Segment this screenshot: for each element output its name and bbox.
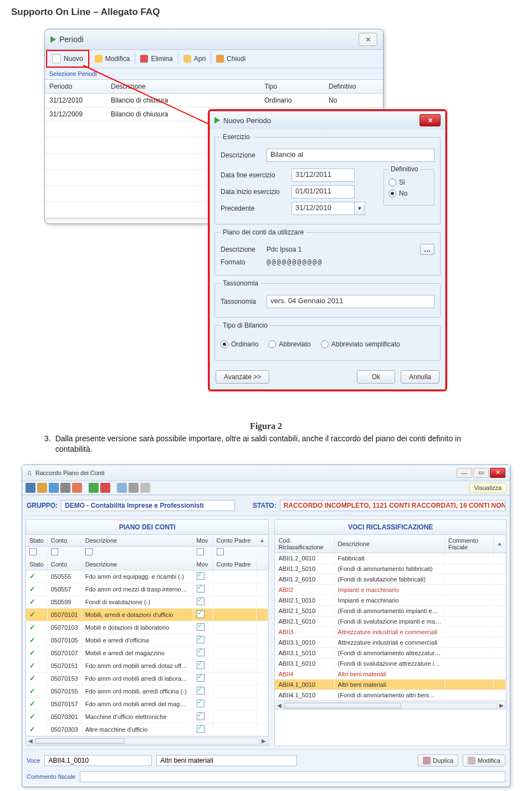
table-row[interactable]: ✓05070107Mobili e arredi del magazzino (26, 646, 268, 659)
input-descrizione[interactable]: Bilancio al (267, 149, 434, 162)
table-row[interactable]: ABII1.2_0010Fabbricati (275, 553, 505, 563)
gruppo-value[interactable]: DEMO - Contabilità Imprese e Professioni… (61, 500, 235, 511)
col-conto[interactable]: Conto (47, 535, 81, 547)
col-mov[interactable]: Mov (193, 535, 213, 547)
input-tassonomia[interactable]: vers. 04 Gennaio 2011 (267, 295, 434, 308)
col-tipo[interactable]: Tipo (260, 80, 324, 94)
tool-icon-8[interactable] (117, 483, 127, 493)
tool-icon-10[interactable] (140, 483, 150, 493)
col-rdesc[interactable]: Descrizione (334, 535, 444, 553)
table-row[interactable]: ✓05070303Altre macchine d'ufficio (26, 723, 268, 736)
raccordo-status-row: GRUPPO: DEMO - Contabilità Imprese e Pro… (22, 495, 510, 516)
avanzate-button[interactable]: Avanzate >> (216, 370, 269, 384)
table-row[interactable]: ✓05070301Macchine d'ufficio elettroniche (26, 710, 268, 723)
minimize-button[interactable]: — (457, 468, 472, 478)
tool-icon-5[interactable] (72, 483, 82, 493)
nuovo-close-button[interactable]: ✕ (420, 114, 441, 126)
filter-row[interactable] (26, 546, 268, 558)
left-pane-title: PIANO DEI CONTI (26, 520, 268, 535)
col-definitivo[interactable]: Definitivo (324, 80, 383, 94)
left-hscroll[interactable]: ◀▶ (26, 736, 268, 746)
visualizza-badge[interactable]: Visualizza (469, 483, 507, 493)
table-row[interactable]: ✓05070153Fdo amm ord mobili arredi di la… (26, 672, 268, 685)
modifica-button[interactable]: Modifica (90, 52, 135, 66)
table-row[interactable]: ✓05070157Fdo amm ord mobili arredi del m… (26, 697, 268, 710)
filter-field[interactable] (197, 548, 204, 555)
ok-button[interactable]: Ok (357, 370, 395, 384)
tool-icon-9[interactable] (129, 483, 139, 493)
input-datainizio[interactable]: 01/01/2011 (291, 185, 355, 198)
radio-si[interactable]: Si (388, 178, 429, 186)
check-icon[interactable] (89, 483, 99, 493)
figure-caption: Figura 2 (0, 421, 532, 431)
left-table: Stato Conto Descrizione Mov Conto Padre … (26, 535, 268, 736)
col-periodo[interactable]: Periodo (45, 80, 106, 94)
commento-input[interactable] (80, 771, 505, 782)
table-row[interactable]: ✓050599Fondi di svalutazione (-) (26, 595, 268, 608)
table-row[interactable]: ABII1.2_6010(Fondi di svalutazione fabbr… (275, 574, 505, 584)
stato-value: RACCORDO INCOMPLETO, 1121 CONTI RACCORDA… (280, 500, 505, 511)
browse-button[interactable]: … (420, 244, 434, 255)
gruppo-label: GRUPPO: (27, 502, 58, 509)
table-row[interactable]: ✓05070151Fdo amm ord mobili arredi dotaz… (26, 659, 268, 672)
radio-ordinario[interactable]: Ordinario (221, 340, 258, 348)
table-row[interactable]: ✓05070105Mobili e arredi d'officina (26, 634, 268, 646)
lbl-piano-descr: Descrizione (221, 246, 262, 253)
radio-no[interactable]: No (388, 190, 429, 197)
arrow-right-icon (50, 36, 56, 43)
col-scroll-up[interactable]: ▲ (494, 535, 506, 553)
forbid-icon[interactable] (100, 483, 110, 493)
elimina-button[interactable]: Elimina (135, 52, 177, 66)
col-stato[interactable]: Stato (26, 535, 47, 547)
save-icon[interactable] (49, 483, 59, 493)
apri-button[interactable]: Apri (178, 52, 211, 66)
filter-field[interactable] (85, 548, 93, 555)
radio-abbreviato[interactable]: Abbreviato (268, 340, 310, 348)
close-button[interactable]: ✕ (490, 468, 505, 478)
maximize-button[interactable]: ▭ (473, 468, 489, 478)
table-row[interactable]: ABII3Attrezzature industriali e commerci… (275, 626, 505, 637)
table-row[interactable]: ABII1.2_5010(Fondi di ammortamento fabbr… (275, 563, 505, 574)
table-row[interactable]: ✓05070101Mobili, arredi e dotazioni d'uf… (26, 608, 268, 621)
annulla-button[interactable]: Annulla (401, 370, 439, 384)
col-cod[interactable]: Cod. Riclassificazione (275, 535, 334, 553)
col-commento[interactable]: Commento Fiscale (445, 535, 494, 553)
filter-field[interactable] (217, 548, 224, 555)
table-row[interactable]: ABII2.1_0010Impianti e macchinario (275, 595, 505, 605)
raccordo-title: Raccordo Piano dei Conti (35, 470, 105, 476)
table-row[interactable]: ABII2.1_6010(Fondi di svalutazione impia… (275, 616, 505, 626)
tool-icon-1[interactable] (25, 483, 35, 493)
filter-field[interactable] (51, 548, 58, 555)
table-row[interactable]: ✓05070155Fdo amm ord mobili, arredi offi… (26, 685, 268, 697)
col-ldesc[interactable]: Descrizione (81, 535, 193, 547)
table-row[interactable]: ABII3.1_6010(Fondi di svalutazione attre… (275, 658, 505, 668)
table-row[interactable]: ✓050557Fdo amm ord mezzi di trasp intern… (26, 583, 268, 595)
table-row[interactable]: ABII3.1_5010(Fondi di ammortamento attre… (275, 647, 505, 658)
tool-icon-2[interactable] (37, 483, 47, 493)
table-row[interactable]: ABII3.1_0010Attrezzature industriali e c… (275, 637, 505, 647)
input-datafine[interactable]: 31/12/2011 (291, 169, 355, 182)
chevron-down-icon[interactable]: ▼ (355, 202, 365, 215)
table-row[interactable]: ✓050555Fdo amm ord equipagg. e ricambi (… (26, 570, 268, 583)
periodi-close-button[interactable]: ✕ (359, 33, 377, 46)
table-row[interactable]: ABII4Altri beni materiali (275, 668, 505, 679)
table-row[interactable]: ABII4.1_5010(Fondi di ammortamento altri… (275, 690, 505, 700)
table-row[interactable]: ABII4.1_0010Altri beni materiali (275, 679, 505, 690)
duplica-button[interactable]: Duplica (418, 754, 458, 767)
table-row[interactable]: 31/12/2010Bilancio di chiusuraOrdinarioN… (45, 94, 383, 108)
modifica2-button[interactable]: Modifica (463, 754, 505, 767)
voce-code-input[interactable] (44, 755, 152, 766)
table-row[interactable]: ABII2Impianti e macchinario (275, 584, 505, 595)
voce-descr-input[interactable] (156, 755, 297, 766)
print-icon[interactable] (60, 483, 70, 493)
filter-field[interactable] (29, 548, 37, 555)
col-padre[interactable]: Conto Padre (213, 535, 256, 547)
right-hscroll[interactable]: ◀▶ (275, 701, 506, 710)
chiudi-button[interactable]: Chiudi (211, 52, 250, 66)
lbl-formato: Formato (221, 258, 262, 266)
table-row[interactable]: ABII2.1_5010(Fondi di ammortamento impia… (275, 605, 505, 616)
radio-semplificato[interactable]: Abbreviato semplificato (321, 340, 400, 348)
table-row[interactable]: ✓05070103Mobili e dotazioni di laborator… (26, 621, 268, 634)
combo-precedente[interactable]: 31/12/2010 (291, 202, 355, 215)
col-scroll-up[interactable]: ▲ (256, 535, 268, 547)
